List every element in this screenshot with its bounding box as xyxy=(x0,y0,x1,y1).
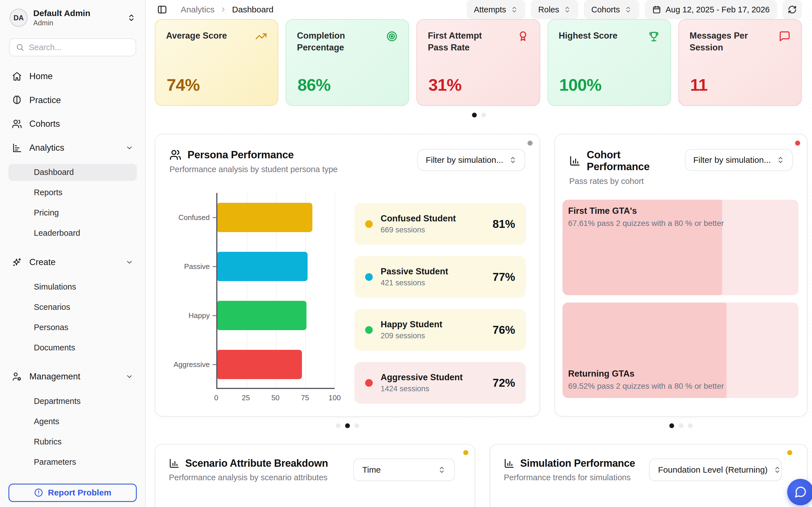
refresh-button[interactable] xyxy=(783,0,802,19)
sidebar-item-rubrics[interactable]: Rubrics xyxy=(8,434,137,450)
legend-sessions: 209 sessions xyxy=(380,332,442,340)
legend-value: 72% xyxy=(493,377,515,389)
chevrons-up-down-icon xyxy=(776,156,784,164)
sidebar-item-leaderboard[interactable]: Leaderboard xyxy=(8,225,137,242)
date-range-label: Aug 12, 2025 - Feb 17, 2026 xyxy=(666,5,770,14)
sidebar-item-agents[interactable]: Agents xyxy=(8,413,137,430)
carousel-dot[interactable] xyxy=(472,113,477,117)
carousel-dot[interactable] xyxy=(336,424,341,428)
legend-item-passive: Passive Student 421 sessions 77% xyxy=(354,256,526,298)
sidebar-item-parameters[interactable]: Parameters xyxy=(8,454,137,471)
stat-title: Average Score xyxy=(166,30,239,42)
legend-sessions: 1424 sessions xyxy=(380,385,463,393)
sidebar-item-departments[interactable]: Departments xyxy=(8,393,137,410)
stat-title: Completion Percentage xyxy=(297,30,370,54)
sidebar-item-pricing[interactable]: Pricing xyxy=(8,205,137,221)
award-icon xyxy=(517,31,529,42)
management-sublist: Departments Agents Rubrics Parameters xyxy=(8,393,137,474)
legend-item-confused: Confused Student 669 sessions 81% xyxy=(354,203,526,245)
user-name: Default Admin xyxy=(33,8,90,18)
search-box[interactable] xyxy=(9,38,136,56)
chevron-down-icon xyxy=(125,144,133,152)
stat-card-highest-score: Highest Score 100% xyxy=(548,19,671,106)
stat-title: Messages Per Session xyxy=(690,30,762,54)
cohort-carousel-dots xyxy=(669,424,693,428)
carousel-dot[interactable] xyxy=(345,424,350,428)
chevrons-up-down-icon xyxy=(564,6,571,13)
attempts-dropdown[interactable]: Attempts xyxy=(467,0,525,19)
user-role: Admin xyxy=(33,19,90,27)
persona-bar-chart: Confused Passive Happy Aggressive xyxy=(171,193,335,406)
cohort-description: 67.61% pass 2 quizzes with a 80 % or bet… xyxy=(568,219,792,228)
users-icon xyxy=(12,119,22,129)
chevron-right-icon xyxy=(220,6,227,13)
scenario-attribute-value: Time xyxy=(362,465,381,474)
sidebar-group-create[interactable]: Create xyxy=(8,255,137,270)
chart-column-icon xyxy=(504,458,515,469)
panel-title: Cohort Performance xyxy=(587,149,685,173)
bottom-panels-row: Scenario Attribute Breakdown Performance… xyxy=(146,444,812,507)
legend-sessions: 421 sessions xyxy=(380,279,448,287)
simulation-dropdown[interactable]: Foundation Level (Returning) xyxy=(649,459,781,481)
user-menu[interactable]: DA Default Admin Admin xyxy=(8,7,137,28)
x-tick: 100 xyxy=(328,393,341,402)
legend-item-aggressive: Aggressive Student 1424 sessions 72% xyxy=(354,362,526,404)
sidebar-group-label: Management xyxy=(29,372,80,382)
sidebar-item-simulations[interactable]: Simulations xyxy=(8,278,137,295)
target-icon xyxy=(386,31,398,42)
user-cog-icon xyxy=(12,372,22,382)
carousel-dot[interactable] xyxy=(354,424,359,428)
panel-subtitle: Pass rates by cohort xyxy=(569,177,685,186)
cohort-bar-first-time-gtas: First Time GTA's 67.61% pass 2 quizzes w… xyxy=(562,200,799,295)
create-sublist: Simulations Scenarios Personas Documents xyxy=(8,278,137,359)
carousel-dot[interactable] xyxy=(679,424,683,428)
sidebar-item-cohorts[interactable]: Cohorts xyxy=(8,116,137,131)
search-input[interactable] xyxy=(29,43,130,52)
cohort-filter-dropdown[interactable]: Filter by simulation... xyxy=(685,149,793,171)
sidebar-item-personas[interactable]: Personas xyxy=(8,319,137,336)
carousel-dot[interactable] xyxy=(481,113,486,117)
cohort-description: 69.52% pass 2 quizzes with a 80 % or bet… xyxy=(568,382,792,391)
sidebar-nav: Home Practice Cohorts Analytics xyxy=(8,69,137,502)
gridline xyxy=(335,193,335,388)
refresh-icon xyxy=(788,5,797,14)
users-icon xyxy=(169,149,181,161)
sidebar-item-documents[interactable]: Documents xyxy=(8,339,137,356)
persona-filter-dropdown[interactable]: Filter by simulation... xyxy=(417,149,525,171)
date-range-picker[interactable]: Aug 12, 2025 - Feb 17, 2026 xyxy=(645,0,777,19)
x-tick: 0 xyxy=(214,393,218,402)
sidebar-group-analytics[interactable]: Analytics xyxy=(8,140,137,155)
sidebar-item-dashboard[interactable]: Dashboard xyxy=(8,164,137,181)
simulation-performance-panel: Simulation Performance Performance trend… xyxy=(490,444,808,507)
sidebar-group-management[interactable]: Management xyxy=(8,369,137,384)
stat-card-average-score: Average Score 74% xyxy=(155,19,278,106)
sidebar-item-reports[interactable]: Reports xyxy=(8,184,137,201)
stat-value: 31% xyxy=(428,75,461,95)
cohorts-dropdown-label: Cohorts xyxy=(591,5,620,14)
sidebar-item-scenarios[interactable]: Scenarios xyxy=(8,298,137,316)
stat-value: 74% xyxy=(167,75,200,95)
stat-cards-row: Average Score 74% Completion Percentage … xyxy=(146,19,812,106)
panel-subtitle: Performance trends for simulations xyxy=(504,473,635,482)
chevron-down-icon xyxy=(125,258,133,266)
carousel-dot[interactable] xyxy=(669,424,674,428)
sidebar-toggle-button[interactable] xyxy=(157,4,167,15)
breadcrumb-parent[interactable]: Analytics xyxy=(181,5,214,14)
chevrons-up-down-icon[interactable] xyxy=(127,13,136,22)
cohort-filter-label: Filter by simulation... xyxy=(693,155,771,165)
sidebar-item-label: Home xyxy=(29,71,53,81)
carousel-dot[interactable] xyxy=(688,424,693,428)
chart-column-icon xyxy=(569,155,580,166)
stats-carousel-dots xyxy=(146,113,812,117)
report-problem-button[interactable]: Report Problem xyxy=(8,484,137,502)
sidebar-item-home[interactable]: Home xyxy=(8,69,137,84)
scenario-attribute-dropdown[interactable]: Time xyxy=(353,459,455,481)
roles-dropdown[interactable]: Roles xyxy=(531,0,578,19)
brain-icon xyxy=(12,95,22,105)
sidebar-item-practice[interactable]: Practice xyxy=(8,93,137,108)
chevrons-up-down-icon xyxy=(773,466,781,474)
x-tick: 50 xyxy=(271,393,280,402)
cohorts-dropdown[interactable]: Cohorts xyxy=(584,0,639,19)
chat-fab-button[interactable] xyxy=(787,479,812,505)
y-axis-label: Confused xyxy=(171,193,216,242)
